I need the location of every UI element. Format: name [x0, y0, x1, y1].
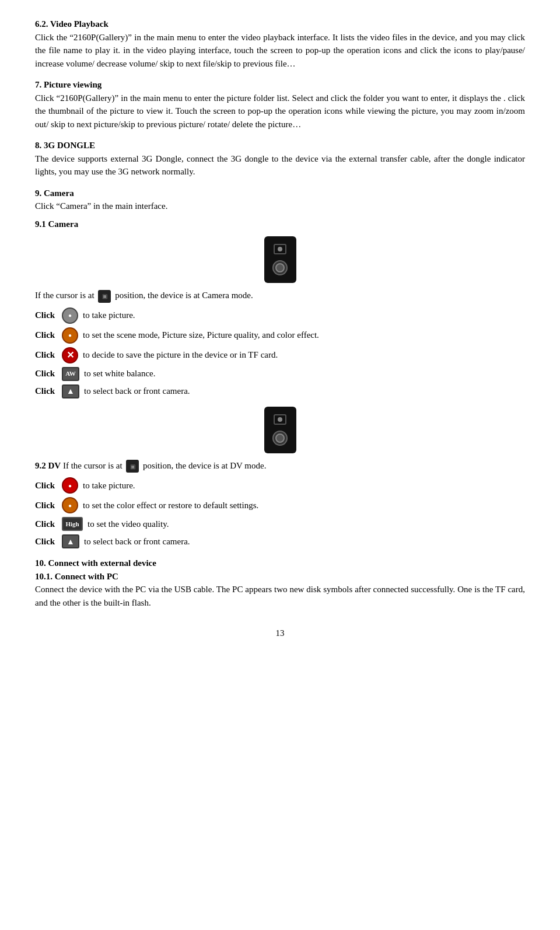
dv-camera-select-icon: ▲ [62, 534, 79, 548]
white-balance-icon: AW [62, 367, 79, 381]
section-8-title: 8. 3G DONGLE The device supports externa… [35, 139, 525, 179]
section-92-text: 9.2 DV If the cursor is at position, the… [35, 459, 525, 473]
scene-mode-icon: ● [62, 327, 78, 344]
dv-quality-icon: High [62, 517, 83, 531]
camera-click-5: Click ▲ to select back or front camera. [35, 384, 525, 398]
camera-click-4: Click AW to set white balance. [35, 367, 525, 381]
section-91-title: 9.1 Camera [35, 218, 525, 231]
dv-cursor-icon [126, 460, 139, 473]
camera-icon-91 [35, 236, 525, 283]
page-number: 13 [35, 627, 525, 640]
cursor-cam-icon [98, 290, 111, 303]
take-picture-icon: ● [62, 307, 78, 324]
save-location-icon: ✕ [62, 347, 78, 363]
dv-click-3: Click High to set the video quality. [35, 517, 525, 531]
section-9-header: 9. Camera Click “Camera” in the main int… [35, 187, 525, 213]
camera-click-2: Click ● to set the scene mode, Picture s… [35, 327, 525, 344]
dv-take-picture-icon: ● [62, 477, 78, 494]
section-62-title: 6.2. Video Playback Click the “2160P(Gal… [35, 18, 525, 70]
dv-click-1: Click ● to take picture. [35, 477, 525, 494]
camera-icon-92 [35, 407, 525, 453]
camera-click-1: Click ● to take picture. [35, 307, 525, 324]
section-7-title: 7. Picture viewing Click “2160P(Gallery)… [35, 78, 525, 131]
section-10-title: 10. Connect with external device 10.1. C… [35, 557, 525, 609]
cursor-position-text: If the cursor is at position, the device… [35, 289, 525, 303]
dv-click-2: Click ● to set the color effect or resto… [35, 497, 525, 513]
dv-color-effect-icon: ● [62, 497, 78, 513]
camera-select-icon: ▲ [62, 384, 79, 398]
dv-click-4: Click ▲ to select back or front camera. [35, 534, 525, 548]
camera-click-3: Click ✕ to decide to save the picture in… [35, 347, 525, 363]
